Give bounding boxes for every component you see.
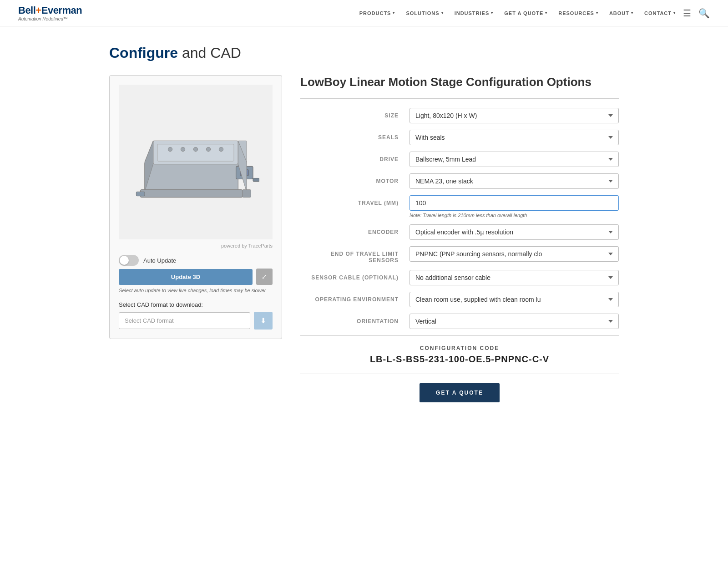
- chevron-down-icon: ▾: [441, 11, 444, 15]
- config-row-environment: OPERATING ENVIRONMENT Clean room use, su…: [300, 292, 619, 307]
- label-encoder: ENCODER: [300, 224, 410, 235]
- product-image: [132, 98, 259, 226]
- page-title: Configure and CAD: [109, 45, 619, 61]
- select-drive[interactable]: Ballscrew, 5mm Lead Ballscrew, 10mm Lead…: [410, 152, 619, 167]
- svg-point-3: [168, 147, 172, 151]
- nav-links: PRODUCTS ▾ SOLUTIONS ▾ INDUSTRIES ▾ GET …: [359, 10, 676, 16]
- nav-item-resources[interactable]: RESOURCES ▾: [558, 10, 598, 16]
- input-travel[interactable]: [410, 195, 619, 211]
- logo[interactable]: Bell+Everman Automation Redefined™: [18, 5, 82, 21]
- control-motor: NEMA 23, one stack NEMA 23, two stack NE…: [410, 173, 619, 189]
- config-divider: [300, 98, 619, 99]
- cad-format-select[interactable]: Select CAD format STEP IGES STL Parasoli…: [119, 312, 250, 329]
- select-motor[interactable]: NEMA 23, one stack NEMA 23, two stack NE…: [410, 173, 619, 189]
- cad-format-label: Select CAD format to download:: [119, 301, 273, 308]
- cad-download-button[interactable]: ⬇: [254, 312, 273, 330]
- select-encoder[interactable]: Optical encoder with .5µ resolution No e…: [410, 224, 619, 240]
- config-code-value: LB-L-S-BS5-231-100-OE.5-PNPNC-C-V: [309, 354, 610, 365]
- svg-rect-0: [145, 162, 238, 192]
- select-seals[interactable]: With seals Without seals: [410, 130, 619, 145]
- chevron-down-icon: ▾: [545, 11, 547, 15]
- page-content: Configure and CAD: [91, 26, 637, 439]
- brand-tagline: Automation Redefined™: [18, 16, 82, 21]
- chevron-down-icon: ▾: [631, 11, 633, 15]
- select-environment[interactable]: Clean room use, supplied with clean room…: [410, 292, 619, 307]
- chevron-down-icon: ▾: [491, 11, 493, 15]
- config-code-section: CONFIGURATION CODE LB-L-S-BS5-231-100-OE…: [300, 335, 619, 374]
- label-sensor-cable: SENSOR CABLE (OPTIONAL): [300, 270, 410, 281]
- config-row-sensor-cable: SENSOR CABLE (OPTIONAL) No additional se…: [300, 270, 619, 285]
- select-size[interactable]: Light, 80x120 (H x W) Medium, 100x140 (H…: [410, 108, 619, 123]
- svg-point-4: [181, 147, 185, 151]
- config-title: LowBoy Linear Motion Stage Configuration…: [300, 75, 619, 89]
- svg-rect-17: [243, 190, 251, 198]
- label-drive: DRIVE: [300, 152, 410, 162]
- travel-note: Note: Travel length is 210mm less than o…: [410, 213, 619, 218]
- label-seals: SEALS: [300, 130, 410, 141]
- config-row-sensors: END OF TRAVEL LIMIT SENSORS PNPNC (PNP s…: [300, 246, 619, 264]
- svg-point-5: [193, 147, 197, 151]
- chevron-down-icon: ▾: [596, 11, 598, 15]
- nav-item-industries[interactable]: INDUSTRIES ▾: [455, 10, 494, 16]
- chevron-down-icon: ▾: [673, 11, 676, 15]
- get-quote-button[interactable]: GET A QUOTE: [420, 383, 500, 402]
- control-travel: Note: Travel length is 210mm less than o…: [410, 195, 619, 218]
- control-sensors: PNPNC (PNP sourcing sensors, normally cl…: [410, 246, 619, 262]
- toggle-knob: [120, 256, 129, 265]
- main-layout: powered by TraceParts Auto Update Update…: [109, 75, 619, 402]
- nav-item-solutions[interactable]: SOLUTIONS ▾: [406, 10, 443, 16]
- control-sensor-cable: No additional sensor cable 1m cable 2m c…: [410, 270, 619, 285]
- auto-update-row: Auto Update: [119, 255, 273, 266]
- nav-utility-icons: ☰ 🔍: [683, 8, 710, 19]
- auto-update-toggle[interactable]: [119, 255, 139, 266]
- control-size: Light, 80x120 (H x W) Medium, 100x140 (H…: [410, 108, 619, 123]
- config-code-label: CONFIGURATION CODE: [309, 345, 610, 351]
- auto-update-label: Auto Update: [143, 257, 176, 264]
- search-icon[interactable]: 🔍: [698, 8, 710, 19]
- config-row-encoder: ENCODER Optical encoder with .5µ resolut…: [300, 224, 619, 240]
- nav-item-products[interactable]: PRODUCTS ▾: [359, 10, 395, 16]
- select-sensor-cable[interactable]: No additional sensor cable 1m cable 2m c…: [410, 270, 619, 285]
- config-row-seals: SEALS With seals Without seals: [300, 130, 619, 145]
- control-encoder: Optical encoder with .5µ resolution No e…: [410, 224, 619, 240]
- label-motor: MOTOR: [300, 173, 410, 184]
- config-row-orientation: ORIENTATION Vertical Horizontal Inverted: [300, 314, 619, 329]
- control-orientation: Vertical Horizontal Inverted: [410, 314, 619, 329]
- brand-name: Bell+Everman: [18, 5, 82, 16]
- nav-item-get-a-quote[interactable]: GET A QUOTE ▾: [504, 10, 547, 16]
- powered-by-label: powered by TraceParts: [119, 243, 273, 248]
- svg-rect-2: [157, 144, 234, 161]
- update-btn-row: Update 3D ⤢: [119, 269, 273, 285]
- svg-rect-12: [136, 192, 145, 196]
- nav-item-about[interactable]: ABOUT ▾: [609, 10, 633, 16]
- cad-format-row: Select CAD format STEP IGES STL Parasoli…: [119, 312, 273, 330]
- config-panel: LowBoy Linear Motion Stage Configuration…: [300, 75, 619, 402]
- navbar: Bell+Everman Automation Redefined™ PRODU…: [0, 0, 728, 26]
- control-seals: With seals Without seals: [410, 130, 619, 145]
- control-drive: Ballscrew, 5mm Lead Ballscrew, 10mm Lead…: [410, 152, 619, 167]
- select-sensors[interactable]: PNPNC (PNP sourcing sensors, normally cl…: [410, 246, 619, 262]
- nav-item-contact[interactable]: CONTACT ▾: [644, 10, 676, 16]
- auto-update-hint: Select auto update to view live changes,…: [119, 288, 273, 293]
- control-environment: Clean room use, supplied with clean room…: [410, 292, 619, 307]
- label-environment: OPERATING ENVIRONMENT: [300, 292, 410, 303]
- fullscreen-button[interactable]: ⤢: [256, 269, 273, 285]
- config-row-size: SIZE Light, 80x120 (H x W) Medium, 100x1…: [300, 108, 619, 123]
- label-sensors: END OF TRAVEL LIMIT SENSORS: [300, 246, 410, 264]
- svg-point-6: [206, 147, 210, 151]
- hamburger-menu-icon[interactable]: ☰: [683, 8, 691, 19]
- config-row-travel: TRAVEL (MM) Note: Travel length is 210mm…: [300, 195, 619, 218]
- cad-viewer: [119, 85, 273, 239]
- chevron-down-icon: ▾: [393, 11, 395, 15]
- update-3d-button[interactable]: Update 3D: [119, 269, 253, 285]
- svg-rect-9: [141, 190, 243, 198]
- svg-point-7: [219, 147, 223, 151]
- select-orientation[interactable]: Vertical Horizontal Inverted: [410, 314, 619, 329]
- config-row-motor: MOTOR NEMA 23, one stack NEMA 23, two st…: [300, 173, 619, 189]
- label-size: SIZE: [300, 108, 410, 119]
- config-row-drive: DRIVE Ballscrew, 5mm Lead Ballscrew, 10m…: [300, 152, 619, 167]
- svg-rect-18: [253, 178, 259, 181]
- label-orientation: ORIENTATION: [300, 314, 410, 325]
- cad-panel: powered by TraceParts Auto Update Update…: [109, 75, 282, 339]
- label-travel: TRAVEL (MM): [300, 195, 410, 206]
